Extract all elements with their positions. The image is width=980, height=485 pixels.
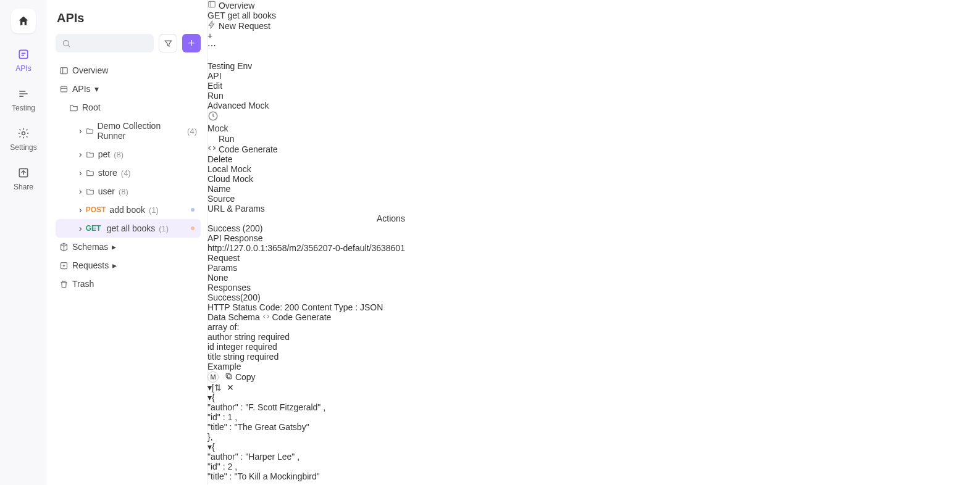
mock-row-request-link[interactable]: Request [207, 253, 405, 263]
tab-add-button[interactable]: + [207, 31, 405, 41]
tree-store-count: (4) [121, 168, 131, 178]
col-url: URL & Params [207, 204, 405, 213]
tab-bar: Overview GET get all books New Request +… [207, 0, 405, 71]
tree-demo[interactable]: › Demo Collection Runner (4) [56, 117, 201, 145]
tree-overview[interactable]: Overview [56, 61, 201, 80]
tree-getall[interactable]: › GET get all books (1) [56, 219, 201, 238]
svg-rect-7 [209, 1, 216, 7]
tree-schemas[interactable]: Schemas ▸ [56, 238, 201, 256]
subtab-run[interactable]: Run [207, 91, 405, 101]
env-badge-button[interactable] [207, 51, 405, 61]
tab-method-label: GET [207, 10, 225, 20]
copy-button[interactable]: Copy [225, 372, 256, 382]
example-m-button[interactable]: M [207, 371, 219, 383]
caret-down-icon[interactable]: ▾ [207, 392, 212, 402]
delete-button[interactable]: Delete [207, 154, 405, 164]
subtab-api[interactable]: API [207, 71, 405, 81]
tab-more-button[interactable]: ⋯ [207, 41, 405, 51]
sidebar-title: APIs [56, 11, 201, 25]
add-button[interactable]: + [182, 34, 201, 52]
env-select[interactable]: Testing Env [207, 61, 405, 71]
sidebar: APIs + Overview APIs ▾ Root › Demo Colle [47, 0, 207, 485]
sort-icon[interactable]: ⇅ ✕ [214, 383, 234, 392]
filter-icon [164, 39, 173, 48]
apis-icon [17, 48, 30, 60]
subtab-advanced-mock[interactable]: Advanced Mock [207, 101, 405, 110]
nav-share-label: Share [14, 183, 33, 191]
bolt-icon [207, 20, 216, 29]
tree-addbook[interactable]: › POST add book (1) [56, 201, 201, 219]
tree-store[interactable]: › store (4) [56, 164, 201, 182]
local-mock-tab[interactable]: Local Mock [207, 164, 405, 174]
col-source: Source [207, 194, 405, 204]
env-select-label: Testing Env [207, 61, 252, 71]
required-badge: required [258, 332, 290, 342]
chevron-right-icon: › [79, 186, 82, 196]
caret-down-icon[interactable]: ▾ [207, 383, 212, 392]
nav-testing-label: Testing [12, 104, 35, 112]
ex-title-1: "To Kill a Mockingbird" [234, 471, 319, 481]
response-tab-success[interactable]: Success(200) [207, 292, 405, 302]
panel-icon [59, 66, 69, 75]
home-button[interactable] [11, 9, 36, 33]
params-title: Params [207, 263, 405, 273]
testing-icon [17, 88, 30, 100]
schema-codegen-button[interactable]: Code Generate [262, 312, 332, 322]
search-input[interactable] [56, 34, 154, 52]
schema-field-title: title string required [207, 352, 405, 362]
tree-root-folder[interactable]: Root [56, 98, 201, 117]
tab-newreq-label: New Request [219, 21, 270, 31]
history-button[interactable] [207, 110, 405, 123]
chevron-right-icon: › [79, 205, 82, 215]
status-dot-icon [191, 208, 195, 212]
tree-requests[interactable]: Requests ▸ [56, 256, 201, 275]
cloud-mock-tab[interactable]: Cloud Mock [207, 174, 405, 184]
caret-down-icon[interactable]: ▾ [207, 442, 212, 452]
tree-getall-count: (1) [159, 224, 169, 233]
schema-column: Data Schema Code Generate array of: auth… [207, 312, 405, 362]
left-nav: APIs Testing Settings Share [0, 0, 47, 485]
run-label: Run [219, 134, 235, 144]
nav-apis[interactable]: APIs [15, 48, 31, 73]
field-type: integer [217, 342, 243, 352]
filter-button[interactable] [159, 34, 177, 52]
code-generate-button[interactable]: Code Generate [207, 144, 405, 154]
main-area: Overview GET get all books New Request +… [207, 0, 405, 485]
tree-pet[interactable]: › pet (8) [56, 145, 201, 164]
svg-rect-10 [227, 375, 232, 379]
content-scroll[interactable]: Mock Run Code Generate Delete Local Mock… [207, 123, 405, 481]
example-json: ▾[⇅ ✕ ▾{ "author" : "F. Scott Fitzgerald… [207, 383, 405, 481]
tab-active-label: get all books [227, 10, 276, 20]
ex-title-0: "The Great Gatsby" [234, 422, 309, 432]
tree-user[interactable]: › user (8) [56, 182, 201, 201]
mock-table: Name Source URL & Params Actions Success… [207, 184, 405, 263]
tree-pet-label: pet [98, 149, 110, 159]
code-icon [207, 144, 216, 152]
nav-testing[interactable]: Testing [12, 88, 35, 112]
ex-id-1: 2 [228, 462, 233, 471]
array-of-badge: array of: [207, 322, 239, 332]
tab-newrequest[interactable]: New Request [207, 20, 405, 31]
chevron-right-icon: › [79, 149, 82, 159]
tree-apis-root[interactable]: APIs ▾ [56, 80, 201, 98]
folder-icon [69, 103, 78, 112]
tree-addbook-count: (1) [149, 205, 159, 215]
tree-requests-label: Requests [72, 260, 109, 270]
http-status: HTTP Status Code: 200 [207, 302, 299, 312]
ex-author-1: "Harper Lee" [245, 452, 295, 462]
method-get-label: GET [86, 224, 103, 233]
tab-getallbooks[interactable]: GET get all books [207, 10, 405, 20]
chevron-right-icon: › [79, 126, 82, 136]
run-button[interactable]: Run [207, 133, 405, 144]
tree-user-label: user [98, 186, 115, 196]
tree-trash[interactable]: Trash [56, 275, 201, 293]
nav-settings[interactable]: Settings [10, 127, 36, 152]
tab-overview[interactable]: Overview [207, 0, 405, 10]
subtab-edit[interactable]: Edit [207, 81, 405, 91]
box-icon [59, 85, 69, 94]
tree-demo-label: Demo Collection Runner [97, 121, 183, 141]
codegen-label: Code Generate [219, 144, 278, 154]
folder-icon [86, 187, 94, 196]
nav-share[interactable]: Share [14, 167, 33, 191]
example-head: Example [207, 362, 241, 371]
